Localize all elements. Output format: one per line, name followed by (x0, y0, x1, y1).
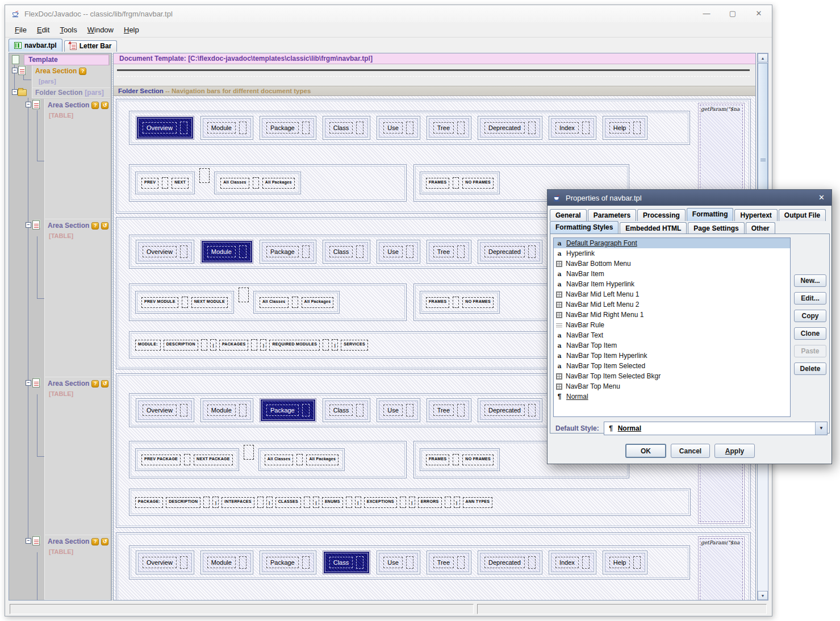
edit-button[interactable]: Edit... (794, 292, 826, 305)
summary-link-description[interactable]: DESCRIPTION (166, 497, 200, 508)
pager-links-item[interactable]: NEXT (172, 178, 189, 189)
navbar-button-overview[interactable]: Overview (136, 240, 194, 264)
navbar-button-use[interactable]: Use (377, 240, 420, 264)
document-template-header[interactable]: Document Template: [C:\flexdoc-javadoc\t… (114, 53, 755, 64)
getparam-cell[interactable]: getParam("$na (698, 536, 745, 601)
style-item-navbar-top-menu[interactable]: NavBar Top Menu (554, 381, 790, 391)
dialog-subtab-other[interactable]: Other (746, 222, 775, 234)
style-item-normal[interactable]: ¶Normal (554, 391, 790, 402)
folder-section-header[interactable]: Folder Section -- Navigation bars for di… (114, 86, 755, 96)
tree-node-area-section-1[interactable]: Area Section? (35, 67, 86, 75)
navbar-button-package[interactable]: Package (260, 398, 316, 422)
navbar-button-use[interactable]: Use (377, 398, 420, 422)
summary-link-errors[interactable]: ERRORS (418, 497, 442, 508)
help-badge-icon[interactable]: ? (91, 222, 99, 230)
navbar-button-deprecated[interactable]: Deprecated (478, 398, 542, 422)
cancel-button[interactable]: Cancel (671, 444, 710, 458)
tree-expand-icon[interactable]: − (12, 68, 18, 73)
delete-button[interactable]: Delete (794, 362, 826, 375)
summary-link-classes[interactable]: CLASSES (275, 497, 301, 508)
frames-links-item[interactable]: NO FRAMES (462, 178, 494, 189)
style-item-navbar-top-item-hyperlink[interactable]: aNavBar Top Item Hyperlink (554, 351, 790, 361)
style-item-default-paragraph-font[interactable]: aDefault Paragraph Font (554, 238, 790, 248)
window-titlebar[interactable]: FlexDoc/Javadoc -- classic/lib/frgm/navb… (5, 5, 772, 22)
navbar-button-deprecated[interactable]: Deprecated (478, 240, 542, 264)
navbar-button-overview[interactable]: Overview (136, 398, 194, 422)
close-icon[interactable]: ✕ (746, 5, 772, 22)
menu-help[interactable]: Help (119, 23, 144, 36)
clone-button[interactable]: Clone (794, 327, 826, 340)
dialog-close-icon[interactable]: ✕ (818, 193, 825, 202)
class-links-item[interactable]: All Packages (306, 455, 338, 465)
call-badge-icon[interactable]: ↺ (101, 102, 108, 109)
navbar-button-overview[interactable]: Overview (136, 551, 194, 574)
tree-expand-icon[interactable]: − (26, 222, 31, 228)
navbar-button-module[interactable]: Module (200, 240, 253, 264)
pager-links-item[interactable]: NEXT PACKAGE (194, 455, 233, 465)
navbar-button-class[interactable]: Class (323, 398, 371, 422)
dialog-tab-hypertext[interactable]: Hypertext (734, 209, 777, 221)
navbar-button-package[interactable]: Package (260, 240, 316, 264)
style-item-navbar-mid-left-menu-1[interactable]: NavBar Mid Left Menu 1 (554, 289, 790, 299)
summary-link-ann-types[interactable]: ANN TYPES (463, 497, 493, 508)
summary-link-services[interactable]: SERVICES (341, 340, 368, 351)
combobox-arrow-icon[interactable]: ▼ (815, 422, 827, 435)
summary-link-description[interactable]: DESCRIPTION (164, 340, 198, 351)
call-badge-icon[interactable]: ↺ (101, 538, 108, 545)
menu-edit[interactable]: Edit (32, 23, 55, 36)
default-style-combobox[interactable]: ¶Normal ▼ (604, 422, 828, 435)
style-item-navbar-top-item[interactable]: aNavBar Top Item (554, 340, 790, 351)
navbar-button-deprecated[interactable]: Deprecated (478, 116, 542, 140)
help-badge-icon[interactable]: ? (91, 380, 99, 387)
navbar-button-tree[interactable]: Tree (427, 551, 471, 574)
frames-links-item[interactable]: FRAMES (426, 178, 449, 189)
dialog-tab-formatting[interactable]: Formatting (687, 208, 734, 221)
summary-link-packages[interactable]: PACKAGES (219, 340, 249, 351)
tree-node-template[interactable]: Template (28, 56, 58, 64)
class-links-item[interactable]: All Packages (302, 297, 334, 308)
dialog-tab-parameters[interactable]: Parameters (588, 209, 636, 221)
tree-node-folder-section[interactable]: Folder Section[pars] (35, 89, 104, 97)
menu-window[interactable]: Window (82, 23, 119, 36)
navbar-button-package[interactable]: Package (260, 551, 316, 574)
new-button[interactable]: New... (794, 274, 826, 287)
pager-links-item[interactable]: PREV MODULE (141, 297, 178, 308)
tree-node-area-section-4[interactable]: Area Section?↺ (48, 380, 108, 387)
style-item-hyperlink[interactable]: aHyperlink (554, 248, 790, 259)
summary-link-module[interactable]: MODULE: (135, 340, 161, 351)
class-links-item[interactable]: All Classes (265, 455, 294, 465)
class-links-item[interactable]: All Classes (260, 297, 289, 308)
navbar-button-tree[interactable]: Tree (427, 116, 471, 140)
class-links-item[interactable]: All Packages (262, 178, 295, 189)
tree-node-area-section-5[interactable]: Area Section?↺ (48, 537, 108, 545)
style-item-navbar-item[interactable]: aNavBar Item (554, 269, 790, 279)
navbar-button-package[interactable]: Package (260, 116, 316, 140)
menu-tools[interactable]: Tools (55, 23, 82, 36)
style-item-navbar-text[interactable]: aNavBar Text (554, 330, 790, 340)
navbar-button-help[interactable]: Help (603, 551, 648, 574)
style-item-navbar-mid-right-menu-1[interactable]: NavBar Mid Right Menu 1 (554, 310, 790, 320)
navbar-button-class[interactable]: Class (323, 551, 371, 574)
navbar-button-use[interactable]: Use (377, 116, 420, 140)
help-badge-icon[interactable]: ? (91, 538, 99, 545)
navbar-button-deprecated[interactable]: Deprecated (478, 551, 542, 574)
scroll-down-icon[interactable]: ▼ (758, 591, 768, 600)
navbar-button-index[interactable]: Index (549, 551, 596, 574)
dialog-tab-general[interactable]: General (550, 209, 587, 221)
pager-links-item[interactable]: NEXT MODULE (191, 297, 228, 308)
help-badge-icon[interactable]: ? (91, 102, 99, 109)
summary-link-required-modules[interactable]: REQUIRED MODULES (269, 340, 320, 351)
help-badge-icon[interactable]: ? (79, 68, 86, 75)
tab-letter-bar[interactable]: Letter Bar (64, 40, 118, 52)
tree-node-area-section-3[interactable]: Area Section?↺ (48, 222, 108, 230)
navbar-button-module[interactable]: Module (200, 551, 253, 574)
summary-link-package[interactable]: PACKAGE: (135, 497, 163, 508)
navbar-button-overview[interactable]: Overview (136, 116, 194, 140)
style-item-navbar-mid-left-menu-2[interactable]: NavBar Mid Left Menu 2 (554, 299, 790, 310)
style-item-navbar-rule[interactable]: NavBar Rule (554, 320, 790, 330)
dialog-tab-processing[interactable]: Processing (637, 209, 686, 221)
tree-expand-icon[interactable]: − (26, 380, 31, 386)
tree-expand-icon[interactable]: − (26, 102, 31, 107)
ok-button[interactable]: OK (625, 444, 666, 458)
frames-links-item[interactable]: NO FRAMES (462, 297, 494, 308)
